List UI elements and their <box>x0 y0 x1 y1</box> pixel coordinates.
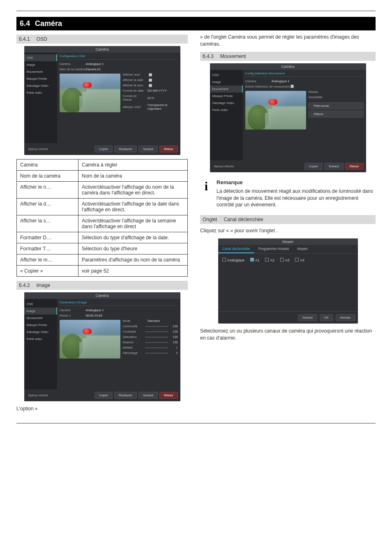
slider-row: Saturation136 <box>123 334 178 340</box>
show-week-check[interactable] <box>149 84 152 87</box>
heading-text: Caméra <box>35 19 62 28</box>
time-format-select[interactable]: 24 H <box>148 96 178 100</box>
image-panel: Caméra OSD Image Mouvement Masque Privée… <box>24 292 180 401</box>
sub-num: Onglet <box>203 217 217 222</box>
copy-button[interactable]: Copier <box>95 146 113 153</box>
date-format-select[interactable]: DD.MM.YYYY <box>148 89 178 92</box>
mode-label: Mode <box>123 319 146 323</box>
nav-osd[interactable]: OSD <box>24 301 57 308</box>
slider-track[interactable] <box>145 326 168 327</box>
nav-sabotage[interactable]: Sabotage Vidéo <box>24 328 57 335</box>
channel-check[interactable] <box>295 258 299 261</box>
osd-row-label: Format de l'heure <box>123 94 146 102</box>
osd-row-label: Afficher nom <box>123 73 146 76</box>
back-button[interactable]: Retour <box>159 146 178 153</box>
param-desc: Sélection du type d'heure <box>78 243 188 254</box>
slider-row: Netteté1 <box>123 345 178 350</box>
copy-button[interactable]: Copier <box>304 163 323 170</box>
copy-button[interactable]: Copier <box>95 392 113 399</box>
fullscreen-button[interactable]: Plein écran <box>309 102 364 109</box>
nav-loss[interactable]: Perte vidéo <box>210 106 243 113</box>
param-name: Formatter T… <box>17 243 78 254</box>
nav-image[interactable]: Image <box>210 79 243 86</box>
restore-button[interactable]: Restaurer <box>114 146 137 153</box>
slider-track[interactable] <box>145 331 168 332</box>
period-label: Period 1 <box>60 314 86 317</box>
nav-sabotage[interactable]: Sabotage Vidéo <box>24 82 57 89</box>
subheading-osd: 6.4.1 OSD <box>16 35 188 44</box>
tab-channel[interactable]: Canal déclenchée <box>218 245 254 253</box>
nav-osd[interactable]: OSD <box>210 72 243 79</box>
param-desc: Activer/désactiver l'affichage de la dat… <box>78 199 188 215</box>
nav-loss[interactable]: Perte vidéo <box>24 89 57 96</box>
nav-mask[interactable]: Masque Privée <box>210 92 243 99</box>
camera-select[interactable]: Analogique 1 <box>272 79 364 83</box>
slider-row: Contraste128 <box>123 329 178 334</box>
table-row: CaméraCaméra à régler <box>17 160 188 171</box>
info-note: i Remarque La détection de mouvement réa… <box>200 179 376 209</box>
param-desc: Activer/désactiver l'affichage de la sem… <box>78 215 188 232</box>
camera-select[interactable]: Analogique 1 <box>86 62 178 66</box>
cancel-button[interactable]: Annuler <box>336 314 355 321</box>
nav-osd[interactable]: OSD <box>24 54 57 61</box>
slider-track[interactable] <box>145 342 168 343</box>
footer-left-label[interactable]: Aperçu directe <box>212 164 234 168</box>
nav-mask[interactable]: Masque Privée <box>24 75 57 82</box>
table-row: Afficher le n…Activer/désactiver l'affic… <box>17 182 188 199</box>
channel-label: A2 <box>270 258 274 262</box>
slider-track[interactable] <box>145 337 168 338</box>
next-button[interactable]: Suivant <box>138 146 158 153</box>
nav-image[interactable]: Image <box>24 308 57 314</box>
footer-left-label[interactable]: Aperçu directe <box>27 393 48 397</box>
slider-track[interactable] <box>145 347 168 348</box>
param-name: Nom de la caméra <box>17 171 78 182</box>
back-button[interactable]: Retour <box>345 163 364 170</box>
channel-check[interactable] <box>250 258 254 261</box>
sub-text: Mouvement <box>220 53 246 59</box>
slider-label: Luminosité <box>123 324 143 328</box>
footer-left-label[interactable]: Aperçu directe <box>27 147 48 151</box>
mode-select[interactable]: Standard <box>148 319 178 323</box>
ok-button[interactable]: OK <box>320 314 333 321</box>
camera-preview <box>245 91 306 130</box>
next-button[interactable]: Suivant <box>138 392 158 399</box>
param-name: Formatter D… <box>17 232 78 243</box>
nav-mask[interactable]: Masque Privée <box>24 321 57 328</box>
level-label: Niveau <box>309 90 332 94</box>
show-date-check[interactable] <box>149 79 152 82</box>
slider-row: Luminosité128 <box>123 324 178 329</box>
camera-select[interactable]: Analogique 1 <box>86 308 178 312</box>
next-button[interactable]: Suivant <box>298 314 317 321</box>
camera-name-label: Nom de la Caméra <box>60 67 86 71</box>
osd-mode-select[interactable]: Transparent et Clignotant <box>148 103 178 111</box>
nav-motion[interactable]: Mouvement <box>210 86 243 92</box>
nav-loss[interactable]: Perte vidéo <box>24 335 57 342</box>
nav-image[interactable]: Image <box>24 61 57 68</box>
show-name-check[interactable] <box>149 73 152 76</box>
tab-moyen[interactable]: Moyen <box>293 245 312 253</box>
camera-name-input[interactable]: Kamera 01 <box>86 67 178 71</box>
note-title: Remarque <box>217 179 376 186</box>
channel-check[interactable] <box>280 258 284 261</box>
heading-number: 6.4 <box>20 19 30 28</box>
nav-sabotage[interactable]: Sabotage Vidéo <box>210 99 243 106</box>
sensitivity-label: Sensibilité <box>309 95 332 99</box>
channel-check[interactable] <box>265 258 269 261</box>
slider-row: Nuance128 <box>123 340 178 345</box>
nav-motion[interactable]: Mouvement <box>24 68 57 75</box>
slider-track[interactable] <box>145 353 168 354</box>
period-value[interactable]: 00:00-24:00 <box>86 314 178 317</box>
nav-motion[interactable]: Mouvement <box>24 314 57 321</box>
back-button[interactable]: Retour <box>159 392 178 399</box>
param-name: Afficher la d… <box>17 199 78 215</box>
slider-label: Contraste <box>123 330 143 333</box>
subheading-motion: 6.4.3 Mouvement <box>200 52 376 61</box>
slider-value: 1 <box>170 346 178 349</box>
param-name: « Copier » <box>17 266 78 277</box>
clear-button[interactable]: Effacer <box>309 111 364 118</box>
restore-button[interactable]: Restaurer <box>114 392 137 399</box>
analog-all-check[interactable] <box>222 258 226 261</box>
next-button[interactable]: Suivant <box>324 163 344 170</box>
enable-motion-check[interactable] <box>291 85 294 88</box>
tab-schedule[interactable]: Programme Horaire <box>254 245 293 253</box>
